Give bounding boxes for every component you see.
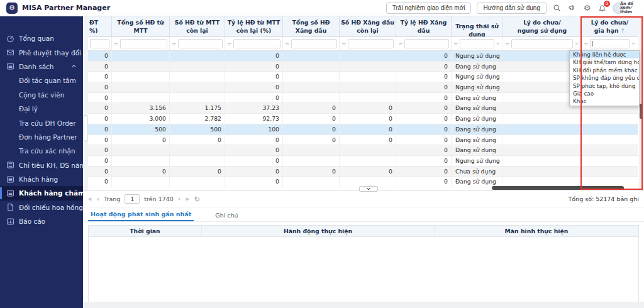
chevron-down-icon[interactable] — [574, 40, 579, 47]
table-cell: 0 — [88, 103, 112, 113]
column-header[interactable]: Tỷ lệ HĐ từ MTTcòn lại (%) — [225, 16, 283, 36]
dropdown-option[interactable]: Giá cao — [570, 90, 639, 97]
activity-table-header: Thời gian Hành động thực hiện Màn hình t… — [89, 226, 638, 237]
sidebar-item-kh-ch-h-ng[interactable]: Khách hàng — [0, 172, 83, 186]
grid-horizontal-scrollbar-thumb[interactable] — [492, 186, 624, 190]
column-header-line2: còn lại — [340, 26, 396, 35]
user-menu[interactable]: Ấn để xem thêm — [613, 1, 640, 15]
filter-input[interactable] — [460, 39, 494, 48]
table-row[interactable]: 000Ngưng sử dụng — [88, 72, 638, 82]
column-header[interactable]: ĐT%) — [88, 16, 112, 36]
column-header[interactable]: Lý do chưa/gia hạn ↑ — [582, 16, 638, 36]
sidebar-item-t-ng-quan[interactable]: Tổng quan — [0, 31, 83, 45]
table-row[interactable]: 0500500100000Đang sử dụng — [88, 124, 638, 135]
tab-recent-activity[interactable]: Hoạt động phát sinh gần nhất — [88, 211, 194, 221]
chevron-up-icon[interactable] — [71, 63, 77, 70]
page-number-input[interactable] — [125, 194, 140, 204]
filter-operator[interactable]: = — [505, 41, 510, 47]
sidebar-item-b-o-c-o[interactable]: Báo cáo — [0, 214, 83, 228]
filter-operator[interactable]: = — [172, 41, 177, 47]
sidebar-item-kh-ch-h-ng-ch-m-s-c[interactable]: Khách hàng chăm sóc — [0, 186, 83, 200]
filter-operator[interactable]: = — [114, 41, 119, 47]
filter-operator[interactable]: = — [227, 41, 232, 47]
column-header[interactable]: Trạng thái sử dụng — [452, 16, 503, 36]
table-row[interactable]: 000Ngưng sử dụng — [88, 82, 638, 93]
tab-notes[interactable]: Ghi chú — [213, 212, 240, 221]
filter-input[interactable] — [590, 39, 630, 48]
column-header[interactable]: Tổng số HĐ Xăng dầuđã mua — [283, 16, 340, 36]
sidebar-item--i-chi-u-hoa-h-ng[interactable]: Đối chiếu hoa hồng — [0, 201, 83, 214]
dropdown-option[interactable]: KH giải thể/tạm dừng hoạt động — [570, 58, 639, 66]
filter-input[interactable] — [233, 39, 280, 48]
dropdown-option[interactable]: Khác — [570, 97, 639, 105]
grid-vertical-scrollbar-thumb[interactable] — [640, 104, 643, 119]
page-label: Trang — [104, 195, 120, 202]
bell-icon[interactable]: 0 — [597, 3, 607, 13]
notification-badge: 0 — [604, 1, 610, 7]
report-icon — [6, 217, 14, 226]
filter-operator[interactable]: = — [584, 41, 589, 47]
filter-input[interactable] — [120, 39, 167, 48]
filter-input[interactable] — [90, 39, 109, 48]
table-row[interactable]: 000Ngưng sử dụng — [88, 156, 638, 167]
dropdown-option[interactable]: Không liên hệ được — [570, 51, 639, 58]
table-row[interactable]: 0000000Chưa sử dụng — [88, 167, 638, 177]
chevron-down-icon[interactable] — [496, 40, 501, 47]
filter-input[interactable] — [178, 39, 223, 48]
table-row[interactable]: 000Ngưng sử dụng — [88, 51, 638, 62]
filter-input[interactable] — [291, 39, 337, 48]
next-page-icon[interactable]: › — [178, 195, 180, 202]
sidebar-item-danh-s-ch[interactable]: Danh sách — [0, 60, 83, 74]
search-icon[interactable] — [552, 3, 562, 13]
sidebar-item-tra-c-u-h-order[interactable]: Tra cứu ĐH Order — [0, 116, 83, 129]
table-cell: 500 — [112, 124, 170, 135]
table-row[interactable]: 000Đang sử dụng — [88, 93, 638, 104]
panel-collapse-handle[interactable] — [359, 186, 378, 192]
sidebar-item-ch-ti-u-kh-ds-n-m[interactable]: Chỉ tiêu KH, DS năm — [0, 158, 83, 172]
dropdown-option[interactable]: SP không đáp ứng yêu cầu nghiệp vụ — [570, 74, 639, 82]
last-page-icon[interactable]: » — [185, 195, 189, 202]
sidebar-item-ph-duy-t-thay-i[interactable]: Phê duyệt thay đổi — [0, 45, 83, 59]
megaphone-icon[interactable] — [567, 3, 577, 13]
filter-input[interactable] — [348, 39, 394, 48]
sidebar-item-c-ng-t-c-vi-n[interactable]: Cộng tác viên — [0, 88, 83, 102]
sidebar-item-tra-c-u-x-c-nh-n[interactable]: Tra cứu xác nhận — [0, 144, 83, 158]
user-guide-button[interactable]: Hướng dẫn sử dụng — [477, 3, 547, 14]
grid-vertical-scrollbar[interactable] — [639, 16, 643, 190]
filter-cell: = — [396, 37, 452, 50]
table-row[interactable]: 03.1561.17537.23000Đang sử dụng — [88, 103, 638, 114]
table-row[interactable]: 0000000Đang sử dụng — [88, 135, 638, 146]
column-header[interactable]: Tỷ lệ HĐ Xăng dầucòn lại (%) — [396, 16, 452, 36]
column-header[interactable]: Số HĐ Xăng dầucòn lại — [340, 16, 396, 36]
table-cell — [170, 177, 225, 187]
sidebar-item--i-l-[interactable]: Đại lý — [0, 102, 83, 116]
filter-operator[interactable]: = — [341, 41, 347, 47]
settings-gear-icon[interactable]: ⚙ — [582, 3, 592, 13]
list-icon — [6, 189, 14, 197]
filter-operator[interactable]: = — [398, 41, 403, 47]
table-cell: 1.175 — [170, 103, 225, 113]
table-cell: 3.000 — [112, 114, 170, 124]
column-header-line1: Tổng số HĐ Xăng dầu — [283, 18, 339, 35]
table-cell: 0 — [396, 114, 452, 124]
filter-cell: = — [340, 37, 396, 50]
filter-input[interactable] — [404, 39, 449, 48]
dropdown-option[interactable]: KH đổi phần mềm khác — [570, 67, 639, 74]
chevron-down-icon[interactable] — [631, 40, 636, 47]
table-row[interactable]: 000Đang sử dụng — [88, 145, 638, 156]
column-header[interactable]: Lý do chưa/ngưng sử dụng — [503, 16, 582, 36]
filter-operator[interactable]: = — [453, 41, 458, 47]
filter-operator[interactable]: = — [285, 41, 290, 47]
dropdown-option[interactable]: SP phức tạp, khó dùng — [570, 82, 639, 90]
table-cell: 0 — [340, 124, 396, 135]
sidebar-item--n-h-ng-partner[interactable]: Đơn hàng Partner — [0, 130, 83, 144]
column-header[interactable]: Tổng số HĐ từ MTTđã mua — [112, 16, 170, 36]
grid-left-scrollbar-thumb[interactable] — [84, 115, 87, 141]
filter-input[interactable] — [511, 39, 573, 48]
refresh-icon[interactable]: ↻ — [194, 195, 200, 203]
new-ui-trial-button[interactable]: Trải nghiệm giao diện mới — [386, 3, 472, 14]
sidebar-item--i-t-c-quan-t-m[interactable]: Đối tác quan tâm — [0, 74, 83, 87]
table-row[interactable]: 03.0002.78292.73000Đang sử dụng — [88, 114, 638, 124]
table-row[interactable]: 000Đang sử dụng — [88, 62, 638, 72]
column-header[interactable]: Số HĐ từ MTTcòn lại — [170, 16, 225, 36]
